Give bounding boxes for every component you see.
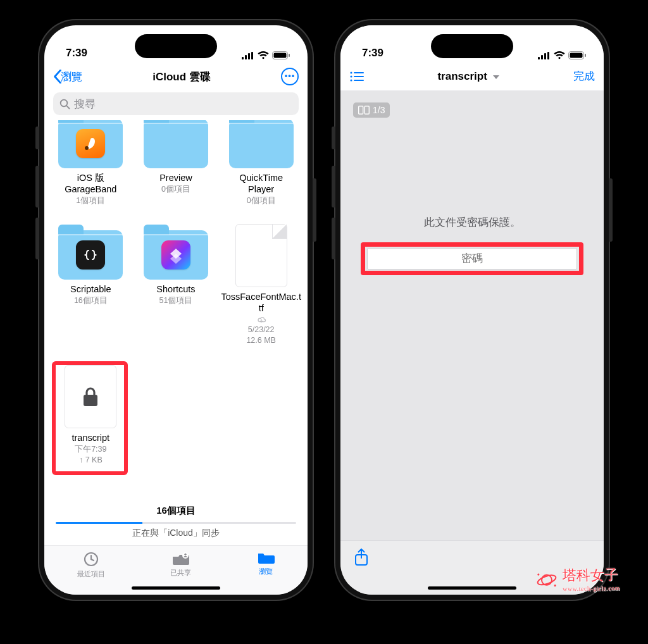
back-label: 瀏覽 bbox=[61, 70, 82, 84]
item-meta: 1個項目 bbox=[76, 195, 105, 206]
item-meta: 5/23/22 12.6 MB bbox=[246, 325, 276, 346]
status-time: 7:39 bbox=[66, 47, 87, 59]
nav-bar: transcript 完成 bbox=[340, 62, 604, 91]
svg-rect-17 bbox=[547, 52, 549, 59]
dynamic-island bbox=[135, 34, 217, 58]
svg-point-23 bbox=[350, 75, 352, 77]
item-name: TossFaceFontMac.ttf bbox=[221, 291, 301, 314]
svg-point-12 bbox=[182, 552, 189, 559]
done-button[interactable]: 完成 bbox=[573, 69, 595, 84]
svg-rect-26 bbox=[354, 80, 364, 81]
item-name: iOS 版 GarageBand bbox=[65, 172, 116, 195]
svg-rect-0 bbox=[242, 57, 244, 59]
battery-icon bbox=[272, 51, 290, 59]
shared-icon bbox=[171, 551, 190, 566]
cellular-icon bbox=[538, 52, 551, 59]
folder-quicktime[interactable]: QuickTime Player 0個項目 bbox=[218, 120, 304, 213]
svg-rect-5 bbox=[274, 53, 287, 58]
svg-point-32 bbox=[538, 573, 540, 575]
planet-icon bbox=[536, 570, 558, 590]
chevron-down-icon bbox=[493, 75, 499, 79]
home-indicator[interactable] bbox=[132, 586, 220, 590]
wifi-icon bbox=[554, 51, 565, 59]
svg-rect-2 bbox=[248, 53, 250, 59]
folder-preview[interactable]: Preview 0個項目 bbox=[134, 120, 219, 213]
folder-garageband[interactable]: iOS 版 GarageBand 1個項目 bbox=[48, 120, 134, 213]
svg-point-9 bbox=[85, 146, 89, 150]
svg-rect-6 bbox=[289, 54, 290, 57]
file-tossfacefont[interactable]: TossFaceFontMac.ttf 5/23/22 12.6 MB bbox=[218, 220, 304, 352]
phone-frame-right: 7:39 transcript bbox=[334, 19, 610, 601]
tab-recents[interactable]: 最近項目 bbox=[77, 551, 105, 579]
password-input[interactable] bbox=[367, 248, 577, 269]
file-transcript[interactable]: transcript 下午7:39 ↑ 7 KB bbox=[48, 361, 134, 472]
tab-label: 已共享 bbox=[170, 568, 191, 578]
item-name: Scriptable bbox=[70, 283, 111, 295]
item-count: 16個項目 bbox=[44, 501, 308, 519]
list-button[interactable] bbox=[349, 71, 363, 82]
share-button[interactable] bbox=[354, 548, 368, 569]
page-indicator: 1/3 bbox=[353, 102, 390, 118]
more-button[interactable]: ••• bbox=[281, 68, 299, 85]
svg-point-33 bbox=[554, 585, 556, 586]
garageband-icon bbox=[76, 129, 105, 158]
tab-shared[interactable]: 已共享 bbox=[170, 551, 191, 578]
status-icons bbox=[538, 51, 586, 59]
nav-bar: 瀏覽 iCloud 雲碟 ••• bbox=[44, 62, 308, 91]
wifi-icon bbox=[258, 51, 269, 59]
file-grid: iOS 版 GarageBand 1個項目 Preview 0個項目 Quick… bbox=[48, 120, 304, 472]
svg-rect-16 bbox=[544, 53, 546, 59]
watermark: 塔科女子 www.tech-girlz.com bbox=[536, 566, 620, 593]
cellular-icon bbox=[242, 52, 254, 59]
item-meta: 下午7:39 ↑ 7 KB bbox=[75, 444, 106, 466]
item-meta: 51個項目 bbox=[159, 295, 193, 306]
home-indicator[interactable] bbox=[428, 586, 516, 590]
search-placeholder: 搜尋 bbox=[74, 97, 96, 111]
battery-icon bbox=[568, 51, 586, 59]
sync-status: 正在與「iCloud」同步 bbox=[44, 524, 308, 545]
pages-icon bbox=[358, 106, 370, 115]
svg-rect-3 bbox=[251, 52, 253, 59]
dynamic-island bbox=[431, 34, 513, 58]
svg-rect-27 bbox=[359, 106, 363, 115]
tab-label: 最近項目 bbox=[77, 569, 105, 579]
status-time: 7:39 bbox=[362, 47, 383, 59]
svg-point-21 bbox=[350, 71, 352, 73]
item-meta: 16個項目 bbox=[74, 295, 108, 306]
svg-rect-1 bbox=[245, 55, 247, 59]
svg-rect-22 bbox=[354, 72, 364, 73]
folder-shortcuts[interactable]: Shortcuts 51個項目 bbox=[134, 226, 219, 352]
svg-point-13 bbox=[184, 554, 186, 555]
svg-rect-24 bbox=[354, 76, 364, 77]
scriptable-icon bbox=[76, 240, 105, 269]
svg-line-8 bbox=[66, 106, 69, 108]
svg-rect-20 bbox=[585, 54, 586, 57]
clock-icon bbox=[83, 551, 99, 567]
folder-icon bbox=[257, 551, 275, 565]
share-icon bbox=[354, 548, 368, 566]
item-meta: 0個項目 bbox=[247, 195, 276, 206]
svg-rect-14 bbox=[538, 57, 540, 59]
shortcuts-icon bbox=[161, 240, 190, 269]
page-title: iCloud 雲碟 bbox=[153, 70, 211, 84]
svg-rect-28 bbox=[364, 106, 369, 115]
back-button[interactable]: 瀏覽 bbox=[53, 70, 82, 84]
item-name: QuickTime Player bbox=[239, 172, 283, 195]
doc-title[interactable]: transcript bbox=[437, 70, 499, 83]
protected-label: 此文件受密碼保護。 bbox=[340, 215, 604, 230]
item-meta: 0個項目 bbox=[161, 184, 190, 195]
phone-frame-left: 7:39 瀏覽 iCloud 雲碟 ••• bbox=[38, 19, 314, 601]
tab-label: 瀏覽 bbox=[259, 567, 273, 576]
tab-browse[interactable]: 瀏覽 bbox=[257, 551, 275, 576]
search-icon bbox=[59, 99, 70, 109]
svg-rect-19 bbox=[570, 53, 583, 58]
item-name: Shortcuts bbox=[156, 283, 195, 295]
lock-icon bbox=[81, 386, 100, 407]
search-input[interactable]: 搜尋 bbox=[53, 92, 299, 115]
svg-rect-15 bbox=[541, 55, 543, 59]
svg-rect-10 bbox=[84, 395, 97, 406]
svg-point-25 bbox=[350, 79, 352, 81]
ellipsis-icon: ••• bbox=[285, 71, 296, 80]
folder-scriptable[interactable]: Scriptable 16個項目 bbox=[48, 226, 134, 352]
item-name: Preview bbox=[159, 172, 192, 183]
